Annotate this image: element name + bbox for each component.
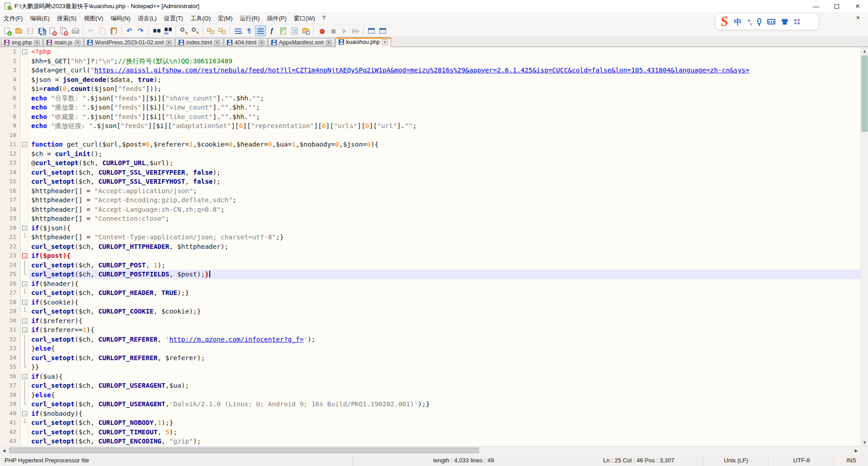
print-button[interactable] [70, 25, 80, 36]
scroll-down-icon[interactable]: ▼ [861, 438, 868, 446]
menu-item-file[interactable]: 文件(F) [0, 13, 27, 24]
scroll-left-icon[interactable]: ◀ [0, 447, 8, 455]
line-number[interactable]: 24 [0, 261, 21, 270]
code-line-5[interactable]: 5$i=rand(0,count($json["feeds"])); [0, 84, 860, 94]
code-line-4[interactable]: 4$json = json_decode($data, true); [0, 75, 860, 85]
tab-close-icon[interactable]: × [166, 40, 172, 46]
code-line-9[interactable]: 9echo "播放链接: ".$json["feeds"][$i]["adapt… [0, 121, 860, 131]
line-number[interactable]: 27 [0, 288, 21, 298]
save-all-button[interactable] [36, 25, 47, 36]
line-number[interactable]: 32 [0, 335, 21, 344]
tab-appxmanifest-xml[interactable]: AppxManifest.xml× [268, 38, 335, 47]
line-number[interactable]: 25 [0, 270, 21, 279]
minimize-button[interactable]: — [806, 0, 826, 12]
tab-close-icon[interactable]: × [326, 40, 332, 46]
menu-item-view[interactable]: 视图(V) [80, 13, 107, 24]
line-number[interactable]: 36 [0, 372, 21, 381]
vertical-scrollbar[interactable]: ▲ ▼ [860, 47, 868, 446]
code-line-20[interactable]: 20-if($json){ [0, 223, 860, 233]
ime-microphone-icon[interactable] [757, 18, 761, 24]
line-number[interactable]: 11 [0, 140, 21, 149]
copy-button[interactable] [97, 25, 108, 36]
fold-collapse-icon[interactable]: - [21, 223, 29, 233]
menu-item-encoding[interactable]: 编码(N) [107, 13, 134, 24]
plugin-window-2-button[interactable] [377, 25, 388, 36]
line-number[interactable]: 13 [0, 158, 21, 168]
code-line-34[interactable]: 34curl_setopt($ch, CURLOPT_REFERER, $ref… [0, 353, 860, 363]
close-all-button[interactable]: × [58, 25, 69, 36]
tab-index-html[interactable]: index.html× [175, 38, 223, 47]
code-line-15[interactable]: 15curl_setopt($ch, CURLOPT_SSL_VERIFYHOS… [0, 177, 860, 186]
fold-collapse-icon[interactable]: - [21, 47, 29, 57]
menu-item-tools[interactable]: 工具(O) [187, 13, 214, 24]
line-number[interactable]: 35 [0, 362, 21, 372]
code-line-22[interactable]: 22curl_setopt($ch, CURLOPT_HTTPHEADER, $… [0, 242, 860, 252]
cut-button[interactable]: ✂ [85, 25, 96, 36]
line-number[interactable]: 34 [0, 353, 21, 363]
line-number[interactable]: 2 [0, 57, 21, 66]
menu-item-edit[interactable]: 编辑(E) [27, 13, 53, 24]
line-number[interactable]: 37 [0, 381, 21, 390]
code-line-13[interactable]: 13@curl_setopt($ch, CURLOPT_URL,$url); [0, 158, 860, 168]
line-number[interactable]: 4 [0, 75, 21, 85]
status-eol-format[interactable]: Unix (LF) [703, 454, 769, 466]
redo-button[interactable]: ↷ [135, 25, 146, 36]
zoom-out-button[interactable]: − [189, 25, 200, 36]
line-number[interactable]: 31 [0, 325, 21, 335]
line-number[interactable]: 38 [0, 390, 21, 400]
code-line-16[interactable]: 16$httpheader[] = "Accept:application/js… [0, 186, 860, 196]
close-button[interactable]: × [847, 0, 868, 12]
code-line-8[interactable]: 8echo "收藏量: ".$json["feeds"][$i]["like_c… [0, 112, 860, 122]
save-button[interactable] [24, 25, 35, 36]
line-number[interactable]: 21 [0, 233, 21, 242]
line-number[interactable]: 28 [0, 298, 21, 307]
code-line-19[interactable]: 19$httpheader[] = "Connection:close"; [0, 214, 860, 223]
ime-skin-icon[interactable] [781, 19, 788, 25]
fold-collapse-icon[interactable]: - [21, 279, 29, 289]
line-number[interactable]: 42 [0, 428, 21, 437]
code-line-2[interactable]: 2$hh=$_GET["hh"]?:"\n";//换行符号(默认\n)QQ:30… [0, 57, 860, 66]
folder-as-workspace-button[interactable] [300, 25, 311, 36]
code-line-25[interactable]: 25curl_setopt($ch, CURLOPT_POSTFIELDS, $… [0, 270, 860, 279]
tab-img-php[interactable]: img.php× [1, 38, 43, 47]
code-line-36[interactable]: 36-if($ua){ [0, 372, 860, 381]
menu-item-macro[interactable]: 宏(M) [214, 13, 236, 24]
line-number[interactable]: 17 [0, 195, 21, 205]
document-list-button[interactable] [289, 25, 300, 36]
code-line-29[interactable]: 29curl_setopt($ch, CURLOPT_COOKIE, $cook… [0, 307, 860, 316]
ime-toolbox-icon[interactable] [794, 19, 800, 25]
run-macro-multiple-times-button[interactable] [350, 25, 361, 36]
horizontal-scrollbar-thumb[interactable] [9, 447, 479, 453]
tab-wordpress-2023-01-02-xml[interactable]: WordPress.2023-01-02.xml× [84, 38, 175, 47]
code-line-41[interactable]: 41curl_setopt($ch, CURLOPT_NOBODY,1);} [0, 418, 860, 428]
code-line-23[interactable]: 23-if($post){ [0, 251, 860, 261]
show-all-characters-button[interactable]: ¶ [244, 25, 255, 36]
line-number[interactable]: 12 [0, 149, 21, 159]
status-encoding[interactable]: UTF-8 [769, 454, 834, 466]
line-number[interactable]: 30 [0, 316, 21, 326]
line-number[interactable]: 41 [0, 418, 21, 428]
status-cursor-position[interactable]: Ln : 25 Col : 46 Pos : 3,307 [574, 454, 703, 466]
code-line-37[interactable]: 37curl_setopt($ch, CURLOPT_USERAGENT,$ua… [0, 381, 860, 390]
line-number[interactable]: 16 [0, 186, 21, 196]
line-number[interactable]: 1 [0, 47, 21, 57]
scroll-right-icon[interactable]: ▶ [852, 447, 860, 455]
line-number[interactable]: 8 [0, 112, 21, 122]
playback-macro-button[interactable] [339, 25, 349, 36]
tab-close-icon[interactable]: × [75, 40, 80, 46]
code-line-11[interactable]: 11-function get_curl($url,$post=0,$refer… [0, 140, 860, 149]
code-lines[interactable]: 1-<?php2$hh=$_GET["hh"]?:"\n";//换行符号(默认\… [0, 47, 860, 446]
fold-collapse-icon[interactable]: - [21, 298, 29, 307]
tab-close-icon[interactable]: × [214, 40, 220, 46]
sync-vertical-scrolling-button[interactable] [205, 25, 216, 36]
status-insert-mode[interactable]: INS [834, 454, 868, 466]
menubar-close-icon[interactable]: × [854, 14, 863, 21]
menu-item-settings[interactable]: 设置(T) [160, 13, 187, 24]
undo-button[interactable]: ↶ [124, 25, 135, 36]
line-number[interactable]: 14 [0, 168, 21, 177]
code-line-12[interactable]: 12$ch = curl_init(); [0, 149, 860, 159]
line-number[interactable]: 33 [0, 344, 21, 353]
line-number[interactable]: 29 [0, 307, 21, 316]
line-number[interactable]: 5 [0, 84, 21, 94]
code-line-18[interactable]: 18$httpheader[] = "Accept-Language:zh-CN… [0, 205, 860, 214]
